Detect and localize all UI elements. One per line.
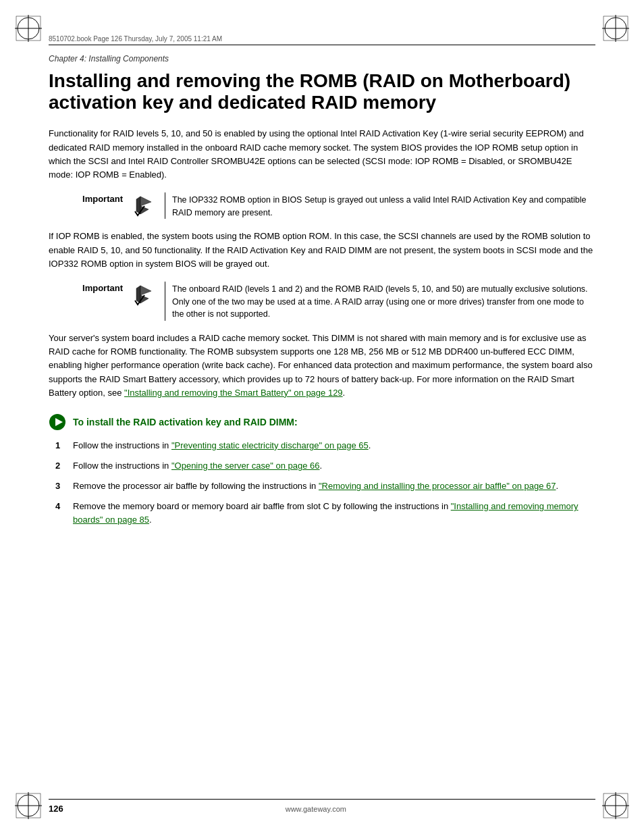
chapter-label: Chapter 4: Installing Components — [49, 54, 595, 63]
steps-list: 1 Follow the instructions in "Preventing… — [55, 439, 595, 527]
step-1-after: . — [369, 440, 371, 450]
step-2-before: Follow the instructions in — [73, 461, 171, 471]
step-text-1: Follow the instructions in "Preventing s… — [73, 439, 371, 452]
step-num-1: 1 — [55, 439, 68, 452]
step-2-after: . — [320, 461, 323, 471]
checkmark-icon-2 — [131, 282, 157, 307]
header-bar: 8510702.book Page 126 Thursday, July 7, … — [49, 35, 595, 45]
corner-mark-br — [599, 789, 632, 822]
important-text-1: The IOP332 ROMB option in BIOS Setup is … — [165, 192, 595, 219]
footer-page-number: 126 — [49, 804, 63, 814]
section-heading: To install the RAID activation key and R… — [49, 413, 595, 431]
corner-mark-tl — [12, 12, 45, 45]
step-3-after: . — [556, 481, 559, 491]
step-num-2: 2 — [55, 459, 68, 473]
important-label-2: Important — [69, 282, 123, 293]
step-text-4: Remove the memory board or memory board … — [73, 500, 595, 527]
list-item: 3 Remove the processor air baffle by fol… — [55, 479, 595, 493]
step-num-3: 3 — [55, 479, 68, 493]
step-3-link[interactable]: "Removing and installing the processor a… — [319, 481, 556, 491]
important-box-2: Important The onboard RAID (levels 1 and… — [69, 282, 595, 321]
server-paragraph-text-end: . — [343, 388, 346, 398]
corner-mark-bl — [12, 789, 45, 822]
list-item: 4 Remove the memory board or memory boar… — [55, 500, 595, 527]
server-paragraph: Your server's system board includes a RA… — [49, 332, 595, 400]
step-2-link[interactable]: "Opening the server case" on page 66 — [171, 461, 320, 471]
iop-paragraph: If IOP ROMB is enabled, the system boots… — [49, 230, 595, 270]
step-num-4: 4 — [55, 500, 68, 513]
smart-battery-link[interactable]: "Installing and removing the Smart Batte… — [124, 388, 343, 398]
important-label-1: Important — [69, 192, 123, 204]
step-text-2: Follow the instructions in "Opening the … — [73, 459, 322, 473]
main-content: Chapter 4: Installing Components Install… — [49, 54, 595, 787]
step-3-before: Remove the processor air baffle by follo… — [73, 481, 319, 491]
footer: 126 www.gateway.com — [49, 799, 595, 814]
step-1-link[interactable]: "Preventing static electricity discharge… — [171, 440, 369, 450]
intro-paragraph: Functionality for RAID levels 5, 10, and… — [49, 127, 595, 182]
footer-url: www.gateway.com — [63, 805, 568, 813]
step-4-before: Remove the memory board or memory board … — [73, 501, 451, 511]
step-text-3: Remove the processor air baffle by follo… — [73, 479, 558, 493]
list-item: 1 Follow the instructions in "Preventing… — [55, 439, 595, 452]
section-heading-text: To install the RAID activation key and R… — [73, 417, 298, 427]
play-icon — [49, 413, 66, 431]
step-4-after: . — [149, 515, 152, 525]
corner-mark-tr — [599, 12, 632, 45]
list-item: 2 Follow the instructions in "Opening th… — [55, 459, 595, 473]
important-box-1: Important The IOP332 ROMB option in BIOS… — [69, 192, 595, 219]
header-file-info: 8510702.book Page 126 Thursday, July 7, … — [49, 35, 222, 43]
page-title: Installing and removing the ROMB (RAID o… — [49, 70, 595, 113]
page: 8510702.book Page 126 Thursday, July 7, … — [0, 0, 644, 834]
checkmark-icon-1 — [131, 192, 157, 218]
important-text-2: The onboard RAID (levels 1 and 2) and th… — [165, 282, 595, 321]
step-1-before: Follow the instructions in — [73, 440, 171, 450]
